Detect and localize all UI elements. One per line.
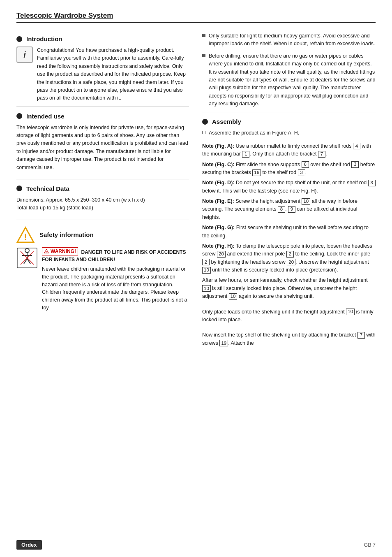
num-6: 6 bbox=[302, 161, 309, 168]
sm-sq-bullet-icon bbox=[202, 131, 205, 134]
assemble-step: Assemble the product as in Figure A–H. bbox=[202, 129, 376, 137]
technical-data-body: Dimensions: Approx. 65.5 x 250–300 x 40 … bbox=[16, 196, 189, 212]
num-2a: 2 bbox=[286, 251, 294, 258]
num-4: 4 bbox=[353, 143, 360, 149]
num-20a: 20 bbox=[217, 251, 226, 258]
svg-text:!: ! bbox=[24, 232, 27, 242]
svg-text:!: ! bbox=[46, 250, 47, 253]
introduction-heading: Introduction bbox=[16, 35, 189, 42]
warning-body: Never leave children unattended with the… bbox=[42, 265, 189, 312]
warning-label: ! WARNING! bbox=[42, 247, 78, 255]
technical-data-heading: Technical Data bbox=[16, 185, 189, 192]
intended-use-heading: Intended use bbox=[16, 113, 189, 120]
warning-text-block: ! WARNING! DANGER TO LIFE AND RISK OF AC… bbox=[42, 247, 189, 312]
intro-info-text: Congratulations! You have purchased a hi… bbox=[37, 46, 189, 102]
svg-point-2 bbox=[25, 248, 29, 253]
intended-use-body: The telescopic wardrobe is only intended… bbox=[16, 124, 189, 172]
bullet-circle-tech bbox=[16, 186, 22, 191]
note-fig-g: Note (Fig. G): First secure the shelving… bbox=[202, 224, 376, 240]
note-fig-c: Note (Fig. C): First slide the shoe supp… bbox=[202, 161, 376, 177]
num-10a: 10 bbox=[302, 198, 310, 205]
info-icon: i bbox=[16, 46, 33, 63]
list-item: Before drilling, ensure that there are n… bbox=[202, 52, 376, 108]
num-10b: 10 bbox=[202, 267, 211, 274]
bullet-circle-intro bbox=[16, 36, 22, 42]
num-10e: 10 bbox=[346, 309, 355, 315]
page-title: Telescopic Wardrobe System bbox=[16, 12, 376, 23]
bullet-list: Only suitable for light to medium-heavy … bbox=[202, 32, 376, 108]
note-fig-e: Note (Fig. E): Screw the height adjustme… bbox=[202, 197, 376, 221]
num-3a: 3 bbox=[351, 161, 359, 168]
note-fig-a: Note (Fig. A): Use a rubber mallet to fi… bbox=[202, 142, 376, 158]
left-column: Introduction i Congratulations! You have… bbox=[16, 32, 189, 532]
child-hazard-svg bbox=[16, 247, 38, 269]
page: Telescopic Wardrobe System Introduction … bbox=[0, 0, 392, 557]
safety-heading-row: ! Safety information bbox=[16, 226, 189, 244]
sq-bullet-icon bbox=[202, 34, 205, 37]
assembly-body-2: Only place loads onto the shelving unit … bbox=[202, 308, 376, 324]
right-column: Only suitable for light to medium-heavy … bbox=[202, 32, 376, 532]
bullet-circle-assembly bbox=[202, 119, 208, 125]
warning-triangle-icon: ! bbox=[16, 226, 35, 244]
num-7a: 7 bbox=[318, 151, 325, 158]
num-10d: 10 bbox=[229, 293, 238, 300]
assembly-heading: Assembly bbox=[202, 118, 376, 125]
footer-page: GB 7 bbox=[364, 542, 376, 548]
num-2b: 2 bbox=[202, 259, 210, 265]
footer-brand: Ordex bbox=[16, 540, 42, 550]
assembly-body-1: After a few hours, or semi-annually, che… bbox=[202, 276, 376, 300]
num-19: 19 bbox=[219, 340, 228, 346]
list-item: Only suitable for light to medium-heavy … bbox=[202, 32, 376, 48]
note-fig-d: Note (Fig. D): Do not yet secure the top… bbox=[202, 179, 376, 195]
sq-bullet-icon bbox=[202, 54, 205, 57]
num-20b: 20 bbox=[287, 259, 295, 265]
intro-info-box: i Congratulations! You have purchased a … bbox=[16, 46, 189, 102]
bullet-circle-intended bbox=[16, 113, 22, 119]
warning-block: ! WARNING! DANGER TO LIFE AND RISK OF AC… bbox=[16, 247, 189, 312]
num-8: 8 bbox=[278, 206, 285, 213]
warning-label-icon: ! bbox=[44, 249, 49, 254]
num-3c: 3 bbox=[368, 180, 376, 186]
num-16: 16 bbox=[252, 169, 261, 176]
num-1: 1 bbox=[242, 151, 249, 158]
num-7b: 7 bbox=[357, 332, 365, 339]
num-9: 9 bbox=[288, 206, 295, 213]
child-warning-icon bbox=[16, 247, 38, 269]
num-3b: 3 bbox=[298, 169, 305, 176]
num-10c: 10 bbox=[202, 285, 211, 292]
assembly-body-3: Now insert the top shelf of the shelving… bbox=[202, 331, 376, 347]
note-fig-h: Note (Fig. H): To clamp the telescopic p… bbox=[202, 242, 376, 274]
footer: Ordex GB 7 bbox=[0, 540, 392, 550]
